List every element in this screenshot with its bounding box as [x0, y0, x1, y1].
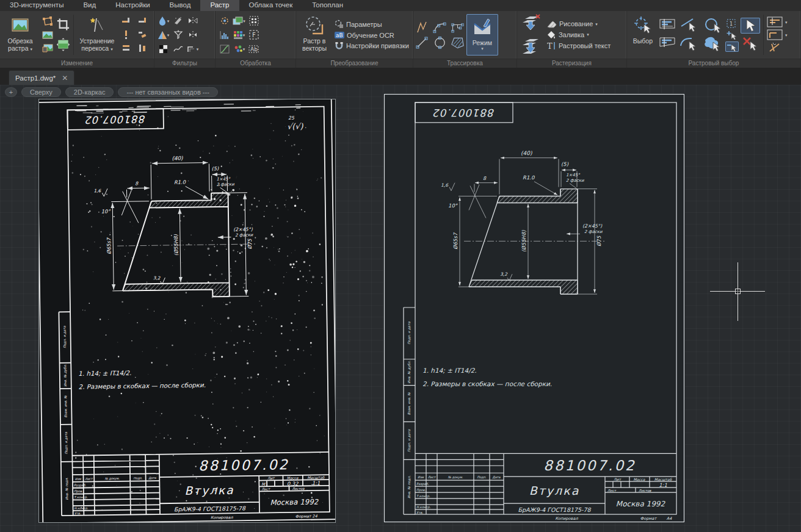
select-circle-icon[interactable]	[701, 18, 723, 34]
corner-filter-icon[interactable]: ▾	[186, 43, 200, 56]
trace-mode-icon	[473, 16, 492, 38]
crop-tool-icon[interactable]	[56, 15, 70, 34]
menu-point-clouds[interactable]: Облака точек	[239, 0, 303, 11]
svg-text:Подп. и дата: Подп. и дата	[407, 322, 411, 345]
raster-drawing-item[interactable]: Рисование▾	[545, 20, 612, 29]
menu-topoplan[interactable]: Топоплан	[302, 0, 353, 11]
align-segments-icon[interactable]	[119, 42, 133, 55]
menu-view[interactable]: Вид	[73, 0, 106, 11]
svg-text:Пров.: Пров.	[416, 488, 426, 492]
trace-circle-icon[interactable]	[433, 36, 447, 49]
mirror-left-icon[interactable]	[186, 15, 200, 27]
brightness-icon[interactable]	[217, 15, 231, 27]
select-clear-icon[interactable]	[741, 36, 760, 52]
trace-hatch-icon[interactable]	[451, 36, 465, 49]
trace-mode-label: Режим	[473, 39, 492, 46]
snap-settings-item[interactable]: Настройки привязки	[333, 41, 411, 51]
separator	[763, 15, 764, 55]
svg-text:Н.контр.: Н.контр.	[416, 505, 431, 509]
svg-text:2 фаски: 2 фаски	[235, 232, 253, 237]
ocr-training-item[interactable]: aB Обучение OCR	[333, 31, 411, 40]
trace-arc-icon[interactable]	[433, 21, 447, 34]
select-blob-icon[interactable]	[701, 36, 723, 52]
fill-bucket-icon	[547, 31, 556, 39]
viewport-views-link-control[interactable]: --- нет связанных видов ---	[118, 87, 217, 97]
color-grid-icon[interactable]: ▾	[232, 29, 246, 41]
curves-icon[interactable]	[217, 43, 231, 56]
svg-text:8: 8	[483, 176, 487, 181]
close-tab-icon[interactable]: ✕	[62, 74, 68, 82]
select-line-icon[interactable]	[679, 18, 700, 34]
menu-output[interactable]: Вывод	[160, 0, 201, 11]
menu-settings[interactable]: Настройки	[106, 0, 159, 11]
merge-lines-icon[interactable]	[119, 15, 133, 28]
select-cursor-icon[interactable]	[741, 18, 760, 34]
document-tab[interactable]: Растр1.dwg* ✕	[9, 70, 74, 85]
mirror-horizontal-icon[interactable]	[186, 29, 200, 41]
rasterize-delete-icon[interactable]	[519, 13, 543, 34]
svg-text:Пров.: Пров.	[74, 489, 83, 494]
svg-text:БрАЖ9-4 ГОСТ18175-78: БрАЖ9-4 ГОСТ18175-78	[174, 505, 246, 513]
deskew-button[interactable]: Устранение перекоса ▾	[77, 12, 117, 57]
trace-frame-icon[interactable]	[451, 21, 465, 34]
viewport-controls: + Сверху 2D-каркас --- нет связанных вид…	[5, 87, 218, 97]
trace-polyline-icon[interactable]	[415, 21, 429, 34]
viewport-menu-button[interactable]: +	[5, 87, 17, 97]
svg-text:881007.02: 881007.02	[198, 456, 289, 473]
snap-segment-icon[interactable]	[119, 29, 133, 41]
crop-image-corner-icon[interactable]	[40, 42, 54, 55]
image-frame-icon[interactable]	[40, 29, 54, 41]
drawing-canvas[interactable]: + Сверху 2D-каркас --- нет связанных вид…	[0, 85, 801, 532]
invert-filter-icon[interactable]	[156, 43, 170, 56]
rubber-sheet-icon[interactable]	[40, 15, 54, 28]
corner-join-icon[interactable]	[135, 15, 149, 28]
palette-icon[interactable]: ▾	[232, 43, 246, 56]
resize-raster-icon[interactable]	[56, 34, 70, 55]
menu-raster[interactable]: Растр	[200, 0, 239, 11]
raster-to-vectors-icon	[304, 14, 325, 36]
blur-filter-icon[interactable]: ▾	[156, 15, 170, 27]
raster-select-button[interactable]: Выбор	[629, 12, 657, 57]
crop-raster-button[interactable]: Обрезка растра ▾	[2, 12, 38, 57]
grid-select-icon[interactable]	[247, 15, 261, 27]
raster-fill-item[interactable]: Заливка▾	[545, 30, 612, 40]
images-stack-icon[interactable]: ▾	[232, 15, 246, 27]
raster-text-item[interactable]: T Растровый текст	[545, 41, 612, 51]
raster-snap-line-icon	[767, 16, 783, 27]
select-add-icon[interactable]	[725, 30, 739, 40]
text-recognize-icon[interactable]: Ab	[247, 43, 261, 56]
menu-3d-tools[interactable]: 3D-инструменты	[0, 0, 73, 11]
svg-text:Листов: Листов	[292, 487, 305, 491]
document-tab-label: Растр1.dwg*	[15, 74, 56, 82]
smooth-filter-icon[interactable]	[171, 43, 185, 56]
select-new-frame-icon[interactable]: 1	[725, 18, 739, 29]
rasterize-icon[interactable]	[519, 36, 543, 57]
select-subtract-icon[interactable]	[725, 41, 739, 52]
viewport-visual-style-control[interactable]: 2D-каркас	[65, 87, 114, 97]
title-block: 881007.02 Втулка БрАЖ9-4 ГОСТ18175-78 Мо…	[72, 452, 330, 522]
frame-fit-icon[interactable]: F	[247, 29, 261, 41]
sharpen-filter-icon[interactable]: ▾	[156, 29, 170, 41]
select-arc-icon[interactable]	[679, 36, 700, 52]
raster-snap-intersection-item[interactable]	[767, 42, 788, 53]
select-raster-lines-icon[interactable]	[659, 18, 677, 34]
parameters-item[interactable]: Параметры	[333, 19, 411, 29]
raster-snap-line-item[interactable]: ▾	[767, 16, 788, 27]
svg-text:Ø65s7: Ø65s7	[106, 237, 112, 254]
offset-segment-icon[interactable]	[135, 29, 149, 41]
histogram-icon[interactable]	[217, 29, 231, 41]
raster-snap-corner-item[interactable]: ▾	[767, 29, 788, 40]
svg-text:881007.02: 881007.02	[85, 113, 146, 125]
threshold-icon[interactable]	[171, 29, 185, 41]
trace-mode-button[interactable]: Режим ▾	[466, 14, 498, 56]
select-raster-region-icon[interactable]	[659, 36, 677, 52]
svg-text:Масса: Масса	[633, 477, 645, 481]
dropdown-arrow-icon: ▾	[595, 22, 598, 26]
trace-line-icon[interactable]	[415, 36, 429, 49]
viewport-view-control[interactable]: Сверху	[21, 87, 61, 97]
raster-to-vectors-button[interactable]: Растр в векторы	[298, 12, 331, 57]
crop-raster-label: Обрезка растра	[7, 37, 32, 52]
svg-text:Инв. № подл.: Инв. № подл.	[65, 477, 69, 500]
despeckle-icon[interactable]	[171, 15, 185, 27]
match-segments-icon[interactable]	[135, 42, 149, 55]
